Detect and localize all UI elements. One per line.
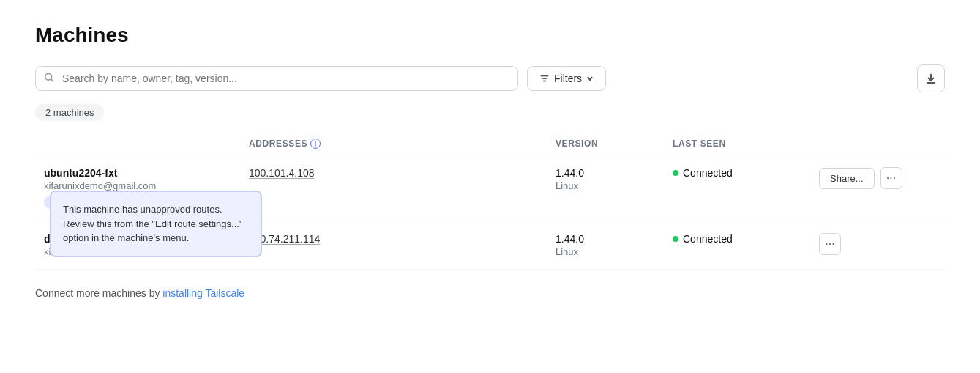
header-actions [819, 139, 936, 149]
status-text: Connected [683, 167, 733, 179]
machine-actions-cell: ··· [819, 233, 936, 255]
machine-address-cell: 100.74.211.114 [249, 233, 556, 245]
machine-name: ubuntu2204-fxt [44, 167, 249, 179]
table-header: ADDRESSES i VERSION LAST SEEN [35, 133, 945, 155]
more-options-button[interactable]: ··· [819, 233, 841, 255]
header-addresses: ADDRESSES i [249, 139, 556, 149]
header-last-seen: LAST SEEN [673, 139, 819, 149]
download-icon [925, 73, 937, 84]
header-name [44, 139, 249, 149]
search-container [35, 66, 518, 91]
machine-version-cell: 1.44.0 Linux [556, 167, 673, 191]
machine-status: Connected [673, 233, 819, 245]
download-button[interactable] [917, 64, 945, 92]
machine-address-link[interactable]: 100.101.4.108 [249, 167, 315, 179]
machine-status-cell: Connected [673, 167, 819, 179]
filter-icon [539, 73, 550, 84]
header-version: VERSION [556, 139, 673, 149]
footer: Connect more machines by installing Tail… [35, 287, 945, 299]
machines-count-badge: 2 machines [35, 104, 104, 121]
footer-text: Connect more machines by [35, 287, 162, 299]
status-text: Connected [683, 233, 733, 245]
tooltip-text: This machine has unapproved routes. Revi… [63, 204, 243, 243]
status-dot-connected [673, 170, 678, 176]
search-input[interactable] [35, 66, 518, 91]
more-dots-icon: ··· [886, 171, 896, 185]
filters-label: Filters [554, 73, 582, 84]
page-title: Machines [35, 23, 945, 47]
machine-version: 1.44.0 [556, 167, 673, 179]
install-tailscale-link[interactable]: installing Tailscale [162, 287, 244, 299]
toolbar: Filters [35, 64, 945, 92]
machine-status-cell: Connected [673, 233, 819, 245]
more-options-button[interactable]: ··· [880, 167, 902, 189]
addresses-info-icon[interactable]: i [310, 139, 321, 149]
more-dots-icon: ··· [825, 237, 834, 251]
machine-version: 1.44.0 [556, 233, 673, 245]
filters-button[interactable]: Filters [527, 66, 606, 91]
chevron-down-icon [586, 75, 594, 82]
unapproved-routes-tooltip: This machine has unapproved routes. Revi… [50, 191, 262, 257]
status-dot-connected [673, 236, 678, 242]
machine-actions-cell: Share... ··· [819, 167, 936, 189]
page-container: Machines Filters [0, 0, 980, 322]
machine-os: Linux [556, 246, 673, 257]
share-button[interactable]: Share... [819, 168, 875, 189]
machine-version-cell: 1.44.0 Linux [556, 233, 673, 257]
table-row: ubuntu2204-fxt kifarunixdemo@gmail.com S… [35, 155, 945, 221]
machine-status: Connected [673, 167, 819, 179]
machine-owner: kifarunixdemo@gmail.com [44, 180, 249, 191]
machine-os: Linux [556, 180, 673, 191]
machine-address-cell: 100.101.4.108 [249, 167, 556, 179]
